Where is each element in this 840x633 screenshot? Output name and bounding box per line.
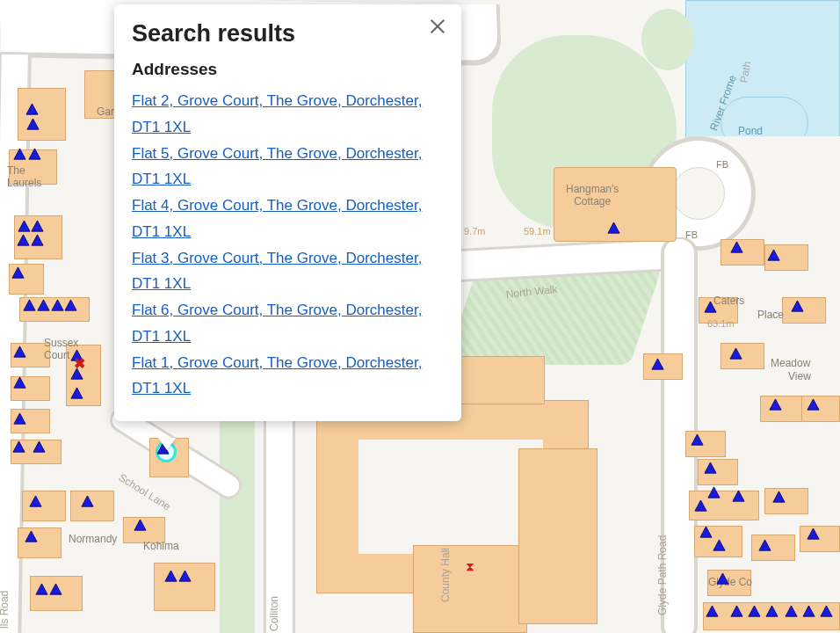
map-marker[interactable] [28,148,41,161]
map-marker[interactable] [13,148,26,161]
map-marker[interactable] [607,222,620,235]
map-marker[interactable] [691,433,704,447]
map-marker[interactable] [25,103,39,116]
map-marker[interactable] [730,605,743,618]
map-marker[interactable] [769,398,782,411]
map-marker[interactable] [716,572,729,586]
map-marker[interactable] [18,220,31,233]
map-canvas[interactable]: Hangman's Cottage Pond FB FB Caters Plac… [0,0,840,633]
map-marker[interactable] [29,495,42,508]
map-marker[interactable] [11,266,25,280]
map-marker[interactable] [178,570,192,583]
map-marker[interactable] [31,234,44,247]
label-glyde-path-road: Glyde Path Road [656,535,669,615]
map-marker[interactable] [729,347,742,360]
map-marker[interactable] [785,605,798,618]
svg-marker-43 [733,491,744,501]
search-results-popup: Search results Addresses Flat 2, Grove C… [114,4,461,421]
svg-marker-32 [768,250,779,260]
map-marker[interactable] [37,299,50,312]
popup-pointer [158,438,176,450]
green-top2 [641,9,694,70]
address-result-link[interactable]: Flat 3, Grove Court, The Grove, Dorchest… [132,245,444,298]
map-marker[interactable] [707,486,721,499]
map-marker[interactable] [748,605,761,618]
map-marker[interactable] [13,346,26,359]
svg-marker-19 [13,441,25,452]
label-the-laurels: The Laurels [7,164,41,189]
map-marker[interactable] [767,249,780,262]
address-result-link[interactable]: Flat 1, Grove Court, The Grove, Dorchest… [132,350,444,403]
map-marker[interactable] [23,299,36,312]
map-marker[interactable] [807,528,820,541]
svg-marker-12 [65,300,76,310]
x-marker[interactable]: ✖ [74,358,85,370]
map-marker[interactable] [17,234,30,247]
map-marker[interactable] [704,301,717,314]
map-marker[interactable] [807,398,820,411]
close-button[interactable] [428,17,449,38]
svg-marker-0 [26,104,38,114]
map-marker[interactable] [49,583,62,596]
map-marker[interactable] [732,490,745,503]
map-marker[interactable] [730,241,743,254]
map-marker[interactable] [765,605,778,618]
svg-marker-53 [766,606,778,616]
svg-marker-30 [608,222,619,233]
svg-marker-18 [71,388,83,398]
map-marker[interactable] [33,440,46,454]
svg-marker-34 [792,301,803,311]
svg-marker-21 [30,496,41,506]
map-marker[interactable] [713,539,726,552]
svg-marker-20 [33,441,45,452]
address-result-link[interactable]: Flat 6, Grove Court, The Grove, Dorchest… [132,297,444,350]
svg-marker-51 [731,606,742,616]
map-marker[interactable] [81,495,94,508]
label-gar: Gar [97,106,114,118]
label-colliton: Colliton [268,596,280,631]
map-marker[interactable] [772,491,786,504]
map-marker[interactable] [35,583,48,596]
map-marker[interactable] [12,440,25,454]
map-marker[interactable] [694,499,707,513]
svg-marker-6 [18,235,29,245]
svg-marker-5 [32,221,43,231]
svg-marker-11 [52,300,63,310]
green-strip [220,404,255,633]
svg-marker-36 [652,359,663,369]
svg-marker-38 [807,399,819,410]
map-marker[interactable] [706,605,719,618]
map-marker[interactable] [820,605,833,618]
map-marker[interactable] [134,519,147,532]
map-marker[interactable] [758,539,771,552]
label-elev-97: 9.7m [464,226,485,236]
address-result-link[interactable]: Flat 4, Grove Court, The Grove, Dorchest… [132,193,444,245]
svg-marker-52 [749,606,760,616]
map-marker[interactable] [699,526,713,539]
map-marker[interactable] [25,530,38,543]
map-marker[interactable] [64,299,77,312]
map-marker[interactable] [13,412,26,426]
svg-marker-3 [29,149,40,159]
map-marker[interactable] [26,118,40,131]
address-result-link[interactable]: Flat 2, Grove Court, The Grove, Dorchest… [132,88,444,141]
svg-marker-54 [786,606,797,616]
popup-title: Search results [132,20,444,47]
map-marker[interactable] [31,220,44,233]
svg-marker-28 [179,571,191,581]
svg-marker-44 [773,491,785,502]
map-marker[interactable] [164,570,177,583]
map-marker[interactable] [704,462,717,475]
map-marker[interactable] [651,358,664,371]
svg-marker-8 [12,267,24,278]
svg-marker-45 [700,527,712,537]
hourglass-marker[interactable] [466,559,478,573]
map-marker[interactable] [70,387,83,400]
address-result-link[interactable]: Flat 5, Grove Court, The Grove, Dorchest… [132,141,444,193]
map-marker[interactable] [791,300,804,313]
map-marker[interactable] [802,605,815,618]
svg-marker-13 [14,346,25,357]
map-marker[interactable] [13,376,26,389]
label-kohima: Kohima [143,540,179,552]
map-marker[interactable] [51,299,64,312]
